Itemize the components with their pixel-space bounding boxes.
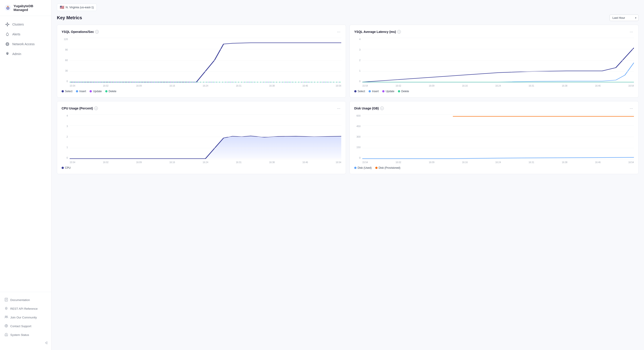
ysql-ops-legend: Select Insert Update Delete <box>62 90 341 93</box>
svg-point-27 <box>6 325 7 327</box>
disk-legend: Disk (Used) Disk (Provisioned) <box>354 166 634 169</box>
app-logo: YugabyteDB Managed <box>0 0 51 16</box>
ysql-latency-y-axis: 4 3 2 1 0 <box>354 38 362 83</box>
disk-prov-dot <box>375 167 378 169</box>
chart-ysql-ops-title: YSQL Operations/Sec i <box>62 30 99 33</box>
legend-disk-provisioned: Disk (Provisioned) <box>375 166 400 169</box>
community-icon <box>4 315 8 320</box>
legend-select-lat: Select <box>354 90 365 93</box>
cpu-legend: CPU <box>62 166 341 169</box>
documentation-link[interactable]: Documentation <box>0 296 51 304</box>
doc-icon <box>4 298 8 302</box>
logo-icon <box>4 4 11 11</box>
region-label: N. Virginia (us-east-1) <box>66 5 94 9</box>
svg-point-6 <box>6 24 6 25</box>
disk-chart-area: 600 450 300 150 0 <box>354 114 634 164</box>
sidebar-item-admin[interactable]: Admin <box>0 49 51 59</box>
collapse-sidebar-button[interactable] <box>0 339 51 347</box>
chart-cpu-header: CPU Usage (Percent) i ··· <box>62 106 341 111</box>
chart-cpu-title: CPU Usage (Percent) i <box>62 106 98 110</box>
support-icon <box>4 324 8 328</box>
cpu-chart-area: 4 3 2 1 0 <box>62 114 341 164</box>
clusters-label: Clusters <box>12 22 24 26</box>
chart-ysql-latency-header: YSQL Average Latency (ms) i ··· <box>354 29 634 34</box>
time-select-wrapper[interactable]: Last Hour Last 6 Hours Last 24 Hours Las… <box>610 14 639 21</box>
insert-dot <box>76 90 78 92</box>
topbar: 🇺🇸 N. Virginia (us-east-1) <box>57 0 639 14</box>
delete-lat-dot <box>398 90 400 92</box>
admin-icon <box>5 52 10 56</box>
rest-api-link[interactable]: REST API Reference <box>0 304 51 313</box>
cpu-plot <box>70 114 341 159</box>
legend-update-lat: Update <box>382 90 394 93</box>
select-lat-dot <box>354 90 356 92</box>
metrics-header: Key Metrics Last Hour Last 6 Hours Last … <box>57 14 639 21</box>
region-selector[interactable]: 🇺🇸 N. Virginia (us-east-1) <box>57 3 97 11</box>
main-content: 🇺🇸 N. Virginia (us-east-1) Key Metrics L… <box>52 0 644 350</box>
svg-point-4 <box>7 22 8 23</box>
time-range-select[interactable]: Last Hour Last 6 Hours Last 24 Hours Las… <box>610 14 639 21</box>
ysql-latency-plot <box>362 38 634 83</box>
ysql-latency-info-icon[interactable]: i <box>397 30 401 33</box>
chart-ysql-ops-header: YSQL Operations/Sec i ··· <box>62 29 341 34</box>
cpu-dot <box>62 167 64 169</box>
svg-point-33 <box>6 335 7 335</box>
select-dot <box>62 90 64 92</box>
svg-point-3 <box>7 24 8 25</box>
ysql-ops-more-button[interactable]: ··· <box>336 29 341 34</box>
delete-dot <box>105 90 108 92</box>
clusters-icon <box>5 22 10 27</box>
cpu-more-button[interactable]: ··· <box>336 106 341 111</box>
legend-delete-lat: Delete <box>398 90 409 93</box>
svg-point-5 <box>7 25 8 26</box>
alerts-label: Alerts <box>12 32 20 36</box>
ysql-ops-info-icon[interactable]: i <box>95 30 99 33</box>
disk-plot <box>362 114 634 159</box>
ysql-ops-plot <box>70 38 341 83</box>
sidebar-nav: Clusters Alerts Network Acc <box>0 16 51 292</box>
support-link[interactable]: Contact Support <box>0 322 51 331</box>
chart-cpu-usage: CPU Usage (Percent) i ··· 4 3 2 1 0 <box>57 101 346 174</box>
disk-x-axis: 15:54 16:02 16:09 16:16 16:24 16:31 16:3… <box>362 161 634 164</box>
disk-used-dot <box>354 167 356 169</box>
admin-label: Admin <box>12 52 21 56</box>
disk-info-icon[interactable]: i <box>380 106 384 110</box>
svg-point-2 <box>8 8 8 9</box>
cpu-x-axis: 15:54 16:02 16:09 16:16 16:24 16:31 16:3… <box>70 161 341 164</box>
chart-disk-title: Disk Usage (GB) i <box>354 106 384 110</box>
system-status-link[interactable]: System Status <box>0 331 51 339</box>
legend-disk-used: Disk (Used) <box>354 166 372 169</box>
alerts-icon <box>5 32 10 36</box>
legend-select: Select <box>62 90 72 93</box>
network-label: Network Access <box>12 42 35 46</box>
ysql-latency-chart-area: 4 3 2 1 0 <box>354 38 634 87</box>
charts-grid: YSQL Operations/Sec i ··· 120 90 60 30 0 <box>57 25 639 174</box>
sidebar: YugabyteDB Managed Clusters <box>0 0 52 350</box>
chart-ysql-latency-title: YSQL Average Latency (ms) i <box>354 30 401 33</box>
legend-insert-lat: Insert <box>368 90 379 93</box>
sidebar-item-clusters[interactable]: Clusters <box>0 19 51 29</box>
svg-point-24 <box>5 316 6 317</box>
svg-point-25 <box>6 316 8 317</box>
sidebar-bottom: Documentation REST API Reference Join <box>0 292 51 350</box>
network-icon <box>5 42 10 46</box>
ysql-latency-more-button[interactable]: ··· <box>629 29 634 34</box>
status-icon <box>4 333 8 337</box>
cpu-y-axis: 4 3 2 1 0 <box>62 114 69 159</box>
sidebar-item-network-access[interactable]: Network Access <box>0 39 51 49</box>
legend-update: Update <box>90 90 102 93</box>
update-lat-dot <box>382 90 384 92</box>
community-link[interactable]: Join Our Community <box>0 313 51 322</box>
app-name: YugabyteDB Managed <box>14 4 47 12</box>
cpu-info-icon[interactable]: i <box>94 106 98 110</box>
svg-point-23 <box>6 308 7 309</box>
disk-more-button[interactable]: ··· <box>629 106 634 111</box>
ysql-latency-legend: Select Insert Update Delete <box>354 90 634 93</box>
ysql-latency-x-axis: 15:54 16:02 16:09 16:16 16:24 16:31 16:3… <box>362 85 634 87</box>
update-dot <box>90 90 92 92</box>
sidebar-item-alerts[interactable]: Alerts <box>0 29 51 39</box>
ysql-ops-x-axis: 15:54 16:02 16:09 16:16 16:24 16:31 16:3… <box>70 85 341 87</box>
flag-icon: 🇺🇸 <box>60 5 64 9</box>
legend-delete: Delete <box>105 90 116 93</box>
ysql-ops-y-axis: 120 90 60 30 0 <box>62 38 69 83</box>
